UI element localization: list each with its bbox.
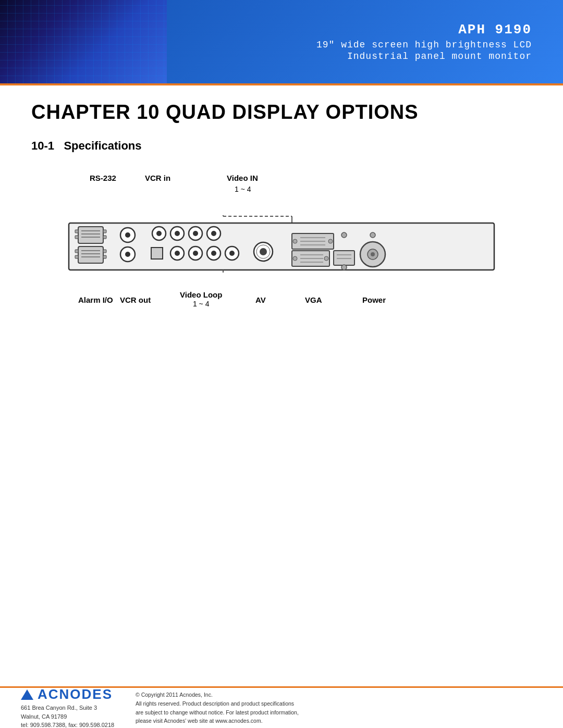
svg-rect-32 — [151, 248, 163, 259]
labels-below: Alarm I/O VCR out Video Loop 1 ~ 4 AV VG… — [68, 290, 495, 327]
section-heading: 10-1 Specifications — [31, 139, 532, 153]
svg-point-54 — [293, 256, 297, 261]
svg-rect-9 — [103, 230, 106, 233]
svg-rect-12 — [78, 246, 103, 263]
label-power: Power — [362, 295, 386, 304]
label-rs232: RS-232 — [90, 174, 116, 182]
svg-point-63 — [370, 232, 375, 238]
svg-rect-8 — [75, 230, 78, 233]
svg-point-62 — [341, 265, 347, 270]
svg-rect-4 — [78, 227, 103, 243]
section-number: 10 — [31, 139, 44, 152]
svg-point-31 — [211, 231, 216, 236]
footer-logo: ACNODES 661 Brea Canyon Rd., Suite 3 Wal… — [21, 686, 115, 728]
header: APH 9190 19" wide screen high brightness… — [0, 0, 563, 83]
label-video-in: Video IN — [227, 174, 258, 182]
section-title: Specifications — [64, 139, 141, 152]
svg-rect-17 — [103, 250, 106, 253]
svg-point-55 — [324, 256, 328, 261]
svg-rect-18 — [75, 255, 78, 258]
header-circuit-image — [0, 0, 167, 83]
svg-point-40 — [229, 251, 235, 256]
svg-rect-19 — [103, 255, 106, 258]
svg-point-23 — [125, 252, 130, 257]
label-vga: VGA — [305, 295, 322, 304]
header-text-area: APH 9190 19" wide screen high brightness… — [167, 0, 563, 83]
footer-copyright: © Copyright 2011 Acnodes, Inc. All right… — [136, 690, 542, 725]
footer-address: 661 Brea Canyon Rd., Suite 3 Walnut, CA … — [21, 704, 114, 728]
header-desc2: Industrial panel mount monitor — [347, 51, 532, 61]
label-vcr-in: VCR in — [145, 174, 170, 182]
svg-point-44 — [260, 248, 267, 255]
footer: ACNODES 661 Brea Canyon Rd., Suite 3 Wal… — [0, 686, 563, 728]
svg-point-21 — [125, 232, 130, 238]
svg-point-34 — [175, 251, 180, 256]
svg-point-47 — [293, 239, 297, 243]
svg-rect-11 — [103, 236, 106, 239]
diagram-container: RS-232 VCR in Video IN 1 ~ 4 — [68, 174, 495, 327]
header-model: APH 9190 — [458, 22, 532, 38]
svg-point-48 — [328, 239, 333, 243]
company-logo: ACNODES — [21, 686, 113, 702]
label-alarm-io: Alarm I/O — [78, 295, 113, 304]
svg-rect-59 — [334, 251, 354, 265]
svg-point-38 — [211, 251, 216, 256]
svg-rect-16 — [75, 250, 78, 253]
chapter-title: CHAPTER 10 QUAD DISPLAY OPTIONS — [31, 101, 532, 124]
company-name: ACNODES — [38, 686, 113, 702]
svg-point-36 — [193, 251, 198, 256]
device-panel-svg — [68, 215, 495, 273]
logo-triangle-icon — [21, 689, 33, 700]
label-av: AV — [255, 295, 266, 304]
svg-point-66 — [371, 252, 375, 256]
svg-point-29 — [193, 231, 198, 236]
svg-point-52 — [341, 232, 347, 238]
header-desc1: 19" wide screen high brightness LCD — [316, 40, 532, 50]
label-video-in-range: 1 ~ 4 — [235, 185, 251, 193]
labels-above-wrapper: RS-232 VCR in Video IN 1 ~ 4 — [68, 174, 495, 215]
svg-rect-10 — [75, 236, 78, 239]
label-vcr-out: VCR out — [120, 295, 151, 304]
label-video-loop: Video Loop 1 ~ 4 — [180, 290, 222, 308]
svg-point-27 — [175, 231, 180, 236]
main-content: CHAPTER 10 QUAD DISPLAY OPTIONS 10-1 Spe… — [0, 85, 563, 348]
svg-point-25 — [156, 231, 162, 236]
